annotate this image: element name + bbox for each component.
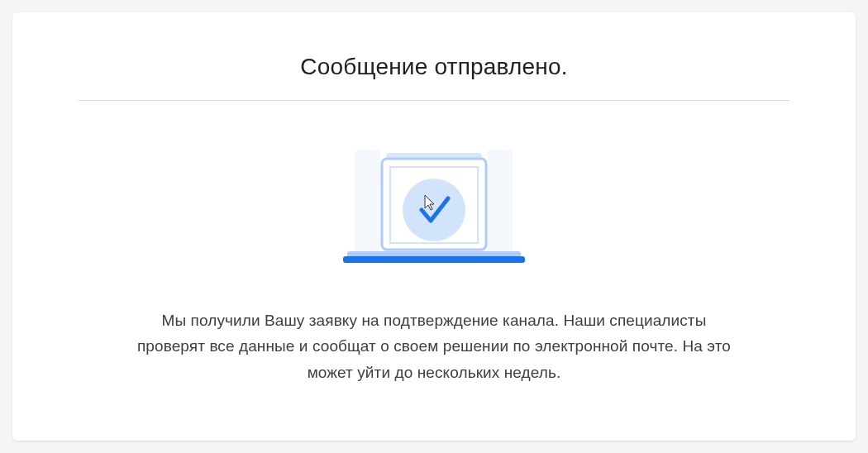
description-text: Мы получили Вашу заявку на подтверждение… — [136, 308, 732, 385]
divider — [79, 100, 789, 101]
svg-rect-1 — [488, 150, 513, 254]
laptop-checkmark-icon — [322, 150, 546, 274]
confirmation-card: Сообщение отправлено. Мы пол — [12, 12, 856, 441]
svg-rect-0 — [355, 150, 380, 254]
svg-rect-7 — [343, 256, 525, 263]
svg-point-5 — [403, 179, 465, 241]
illustration — [322, 150, 546, 274]
page-title: Сообщение отправлено. — [300, 54, 567, 80]
